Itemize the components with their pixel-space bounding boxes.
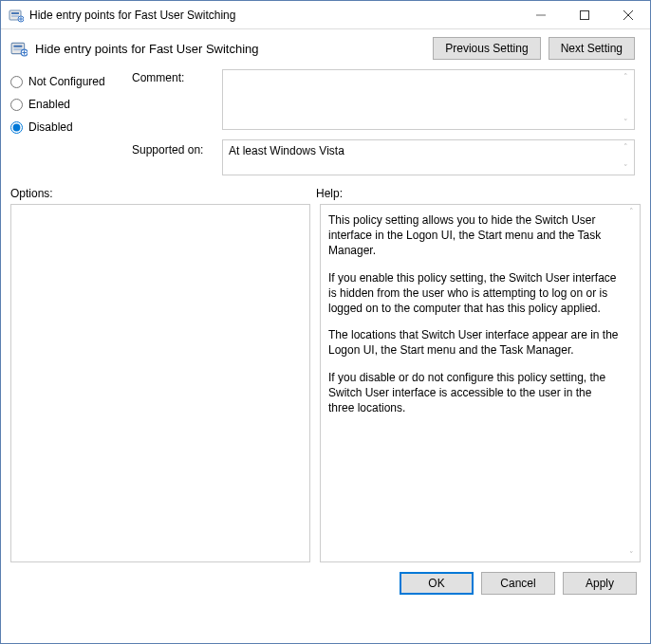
chevron-up-icon: ˄ [624,207,638,216]
svg-rect-7 [13,48,22,50]
maximize-button[interactable] [563,1,606,29]
scrollbar: ˄ ˅ [624,207,638,560]
close-button[interactable] [606,1,650,29]
chevron-up-icon: ˄ [619,72,632,82]
svg-rect-4 [581,10,589,19]
supported-on-textarea: At least Windows Vista ˄ ˅ [222,139,635,175]
help-paragraph: If you enable this policy setting, the S… [328,270,621,317]
header: Hide entry points for Fast User Switchin… [1,29,650,60]
options-panel [10,204,310,562]
comment-label: Comment: [132,71,213,138]
options-label: Options: [10,187,316,200]
radio-disabled-input[interactable] [10,121,23,134]
chevron-down-icon: ˅ [624,550,638,560]
policy-icon [9,8,24,23]
scrollbar: ˄ ˅ [619,72,632,127]
minimize-button[interactable] [519,1,563,29]
comment-textarea[interactable]: ˄ ˅ [222,69,635,130]
apply-button[interactable]: Apply [563,572,637,595]
radio-not-configured-input[interactable] [10,76,23,88]
next-setting-button[interactable]: Next Setting [549,37,635,60]
ok-button[interactable]: OK [400,572,474,595]
dialog-footer: OK Cancel Apply [1,562,650,602]
radio-not-configured[interactable]: Not Configured [10,75,122,88]
policy-icon [10,40,28,57]
titlebar: Hide entry points for Fast User Switchin… [1,1,650,29]
svg-rect-6 [13,46,22,47]
previous-setting-button[interactable]: Previous Setting [433,37,540,60]
help-panel: This policy setting allows you to hide t… [320,204,641,562]
radio-not-configured-label: Not Configured [28,75,105,88]
scrollbar: ˄ ˅ [619,142,632,173]
help-paragraph: This policy setting allows you to hide t… [328,212,621,259]
help-paragraph: The locations that Switch User interface… [328,327,621,358]
radio-enabled[interactable]: Enabled [10,98,122,111]
chevron-down-icon: ˅ [619,163,632,173]
supported-on-label: Supported on: [132,138,213,156]
supported-on-value: At least Windows Vista [229,144,344,157]
chevron-down-icon: ˅ [619,118,632,127]
chevron-up-icon: ˄ [619,142,632,152]
state-radio-group: Not Configured Enabled Disabled [10,69,122,175]
help-paragraph: If you disable or do not configure this … [328,370,621,416]
window-title: Hide entry points for Fast User Switchin… [29,9,235,22]
radio-enabled-label: Enabled [28,98,70,111]
svg-rect-2 [11,15,19,17]
radio-enabled-input[interactable] [10,99,23,111]
cancel-button[interactable]: Cancel [481,572,555,595]
radio-disabled-label: Disabled [28,120,73,134]
page-title: Hide entry points for Fast User Switchin… [35,42,259,56]
svg-rect-1 [11,12,19,14]
radio-disabled[interactable]: Disabled [10,120,122,134]
help-label: Help: [316,187,641,200]
